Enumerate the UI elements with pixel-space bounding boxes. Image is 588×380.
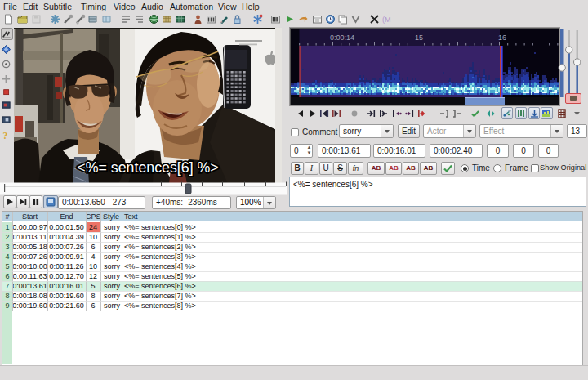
svg-text:(M: (M xyxy=(382,16,391,24)
svg-text:16: 16 xyxy=(498,34,506,42)
svg-text:15: 15 xyxy=(415,34,423,42)
svg-text:0:00:14: 0:00:14 xyxy=(330,34,354,42)
svg-text:<%= sentences[6] %>: <%= sentences[6] %> xyxy=(77,159,218,176)
svg-text:?: ? xyxy=(2,131,7,141)
